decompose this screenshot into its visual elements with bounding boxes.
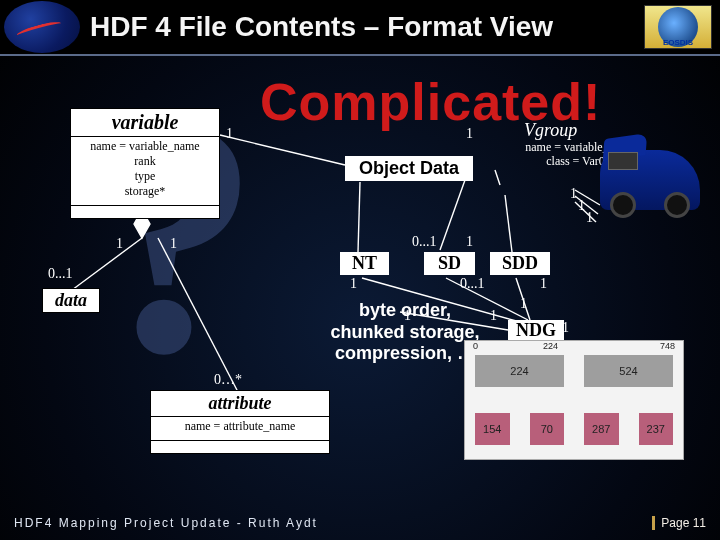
uml-variable-title: variable xyxy=(71,109,219,137)
inset-cell: 287 xyxy=(584,413,619,445)
inset-cell: 524 xyxy=(584,355,673,387)
cardinality: 0...1 xyxy=(48,266,73,282)
inset-tick: 748 xyxy=(660,341,675,351)
eosdis-logo-icon: EOSDIS xyxy=(644,5,712,49)
cardinality: 0…* xyxy=(214,372,242,388)
uml-vgroup-title: Vgroup xyxy=(524,120,577,141)
uml-data-box: data xyxy=(42,288,100,313)
inset-cell: 154 xyxy=(475,413,510,445)
footer-text: HDF4 Mapping Project Update - Ruth Aydt xyxy=(14,516,318,530)
inset-tick: 224 xyxy=(543,341,558,351)
cardinality: 0...1 xyxy=(412,234,437,250)
uml-variable-line: type xyxy=(81,169,209,184)
uml-variable-line: name = variable_name xyxy=(81,139,209,154)
header-bar: HDF 4 File Contents – Format View EOSDIS xyxy=(0,0,720,56)
uml-attribute-box: attribute name = attribute_name xyxy=(150,390,330,454)
uml-nt-box: NT xyxy=(340,252,389,275)
slide-title: HDF 4 File Contents – Format View xyxy=(80,11,644,43)
nasa-logo-icon xyxy=(4,1,80,53)
uml-attribute-title: attribute xyxy=(151,391,329,417)
inset-cell: 237 xyxy=(639,413,674,445)
cardinality: 1 xyxy=(350,276,357,292)
uml-variable-line: storage* xyxy=(81,184,209,199)
uml-variable-empty xyxy=(71,206,219,218)
inset-cell: 224 xyxy=(475,355,564,387)
uml-variable-box: variable name = variable_name rank type … xyxy=(70,108,220,219)
inset-tick: 0 xyxy=(473,341,478,351)
uml-variable-line: rank xyxy=(81,154,209,169)
uml-attribute-body: name = attribute_name xyxy=(151,417,329,441)
cardinality: 0...1 xyxy=(460,276,485,292)
uml-attribute-empty xyxy=(151,441,329,453)
uml-sdd-box: SDD xyxy=(490,252,550,275)
cardinality: 1 xyxy=(540,276,547,292)
cardinality: 1 xyxy=(466,126,473,142)
cardinality: 1 xyxy=(226,126,233,142)
car-illustration-icon xyxy=(600,150,700,210)
slide: HDF 4 File Contents – Format View EOSDIS… xyxy=(0,0,720,540)
cardinality: 1 xyxy=(578,198,585,214)
chunk-inset-illustration: 0 224 748 224 524 154 70 287 237 xyxy=(464,340,684,460)
uml-data-title: data xyxy=(43,289,99,312)
cardinality: 1 xyxy=(466,234,473,250)
page-number: Page 11 xyxy=(652,516,706,530)
uml-object-data-box: Object Data xyxy=(345,156,473,181)
cardinality: 1 xyxy=(586,210,593,226)
eosdis-label: EOSDIS xyxy=(658,7,698,47)
cardinality: 1 xyxy=(170,236,177,252)
inset-cell: 70 xyxy=(530,413,565,445)
cardinality: 1 xyxy=(570,186,577,202)
storage-note-text: byte order, chunked storage, compression… xyxy=(330,300,479,363)
cardinality: 1 xyxy=(116,236,123,252)
uml-sd-box: SD xyxy=(424,252,475,275)
uml-attribute-line: name = attribute_name xyxy=(161,419,319,434)
uml-variable-body: name = variable_name rank type storage* xyxy=(71,137,219,206)
cardinality: 1 xyxy=(562,320,569,336)
